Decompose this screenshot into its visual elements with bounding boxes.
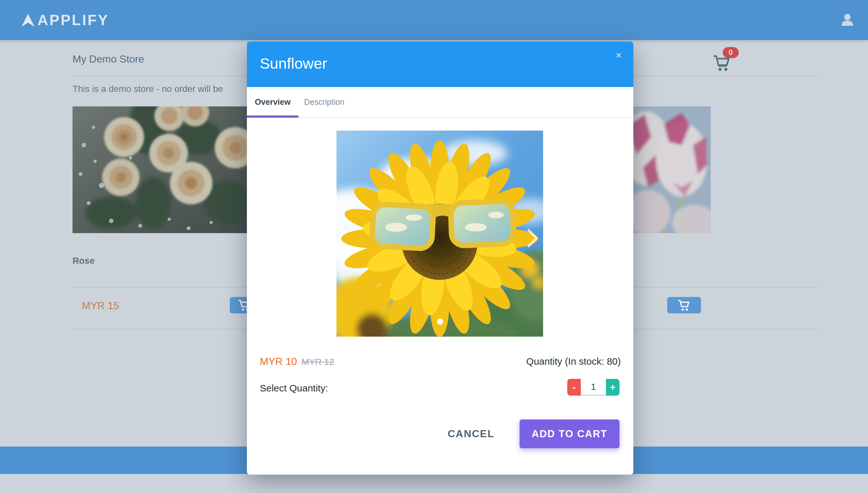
roses-photo <box>72 106 247 233</box>
add-to-cart-button-tulip[interactable] <box>667 297 701 314</box>
dialog-actions: CANCEL ADD TO CART <box>448 420 620 448</box>
tab-description[interactable]: Description <box>298 87 350 117</box>
sunflower-photo <box>336 131 543 337</box>
quantity-label: Select Quantity: <box>260 383 328 394</box>
product-price-rose: MYR 15 <box>82 300 119 312</box>
screen: APPLIFY My Demo Store This is a demo sto… <box>0 0 868 493</box>
product-image-carousel <box>336 131 543 337</box>
quantity-row: Select Quantity: - + <box>260 377 620 400</box>
tab-overview[interactable]: Overview <box>247 87 298 117</box>
quantity-decrease-button[interactable]: - <box>567 379 581 395</box>
close-icon[interactable]: × <box>616 50 622 60</box>
add-to-cart-button[interactable]: ADD TO CART <box>519 420 620 448</box>
quantity-stepper: - + <box>567 379 620 398</box>
dialog-title: Sunflower <box>260 55 327 72</box>
product-dialog: Sunflower × Overview Description <box>247 42 633 475</box>
cart-icon <box>678 300 691 311</box>
carousel-next-icon[interactable] <box>522 226 535 248</box>
stock-label: Quantity (In stock: 80) <box>526 356 621 367</box>
dialog-header: Sunflower × <box>247 42 633 87</box>
original-price: MYR 12 <box>302 357 334 367</box>
quantity-increase-button[interactable]: + <box>606 379 620 395</box>
tulips-photo <box>633 106 711 233</box>
brand-logo[interactable]: APPLIFY <box>21 11 109 29</box>
carousel-dot[interactable] <box>437 319 443 325</box>
header-cart[interactable]: 0 <box>713 47 749 73</box>
price-row: MYR 10MYR 12 Quantity (In stock: 80) <box>260 353 621 369</box>
top-navbar: APPLIFY <box>0 0 868 40</box>
active-tab-indicator <box>247 115 298 118</box>
cart-icon <box>713 55 732 71</box>
current-price: MYR 10 <box>260 356 297 367</box>
brand-arrow-icon <box>21 13 36 27</box>
product-image-tulips[interactable] <box>633 106 711 233</box>
product-image-roses[interactable] <box>72 106 247 233</box>
quantity-input[interactable] <box>581 379 606 395</box>
dialog-tabs: Overview Description <box>247 87 633 118</box>
cancel-button[interactable]: CANCEL <box>448 428 494 440</box>
brand-text: APPLIFY <box>37 11 109 29</box>
user-account-icon[interactable] <box>839 12 856 28</box>
